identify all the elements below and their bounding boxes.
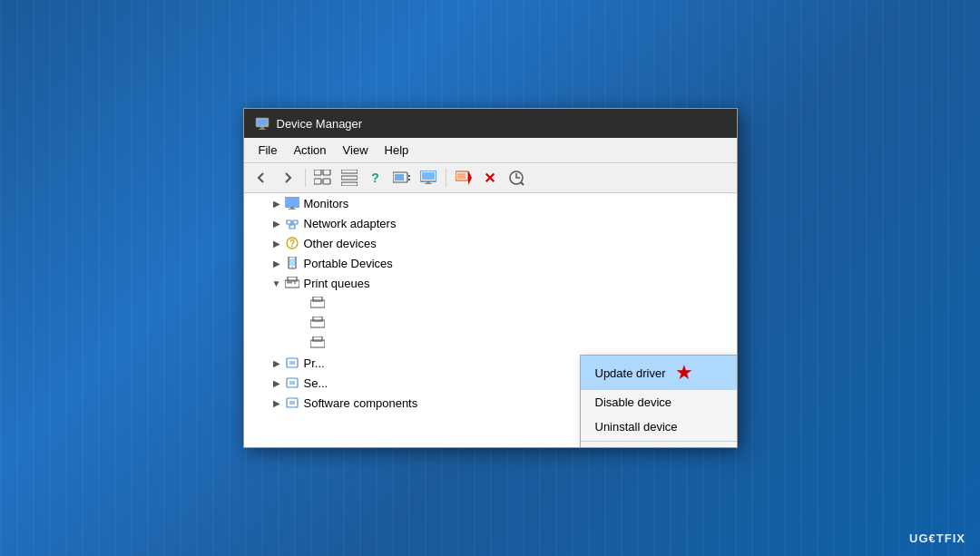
- remove-button[interactable]: ✕: [478, 167, 502, 189]
- svg-rect-25: [289, 209, 296, 210]
- svg-rect-38: [287, 282, 292, 284]
- view-resources-button[interactable]: [338, 167, 361, 189]
- svg-rect-16: [422, 172, 435, 180]
- watermark: UG€TFIX: [909, 532, 965, 545]
- svg-rect-9: [341, 176, 358, 180]
- back-button[interactable]: [250, 167, 273, 189]
- menu-help[interactable]: Help: [377, 141, 416, 159]
- portable-icon: [284, 256, 300, 270]
- other-arrow: ▶: [270, 239, 284, 249]
- svg-rect-8: [341, 170, 358, 173]
- ctx-separator-1: [581, 441, 737, 442]
- svg-rect-23: [286, 198, 299, 206]
- tree-print-sub-2[interactable]: [244, 313, 737, 333]
- tree-print-sub-1[interactable]: [244, 293, 737, 313]
- view-devices-button[interactable]: [311, 167, 335, 189]
- svg-rect-27: [293, 220, 298, 224]
- network-arrow: ▶: [270, 219, 284, 229]
- menu-action[interactable]: Action: [286, 141, 333, 159]
- monitors-arrow: ▶: [270, 199, 284, 209]
- add-driver-button[interactable]: [452, 167, 475, 189]
- svg-rect-49: [289, 381, 295, 385]
- svg-rect-7: [323, 179, 330, 184]
- device-manager-window: Device Manager File Action View Help: [243, 108, 738, 448]
- processors-label: Pr...: [304, 356, 325, 370]
- svg-text:?: ?: [289, 239, 294, 249]
- menu-view[interactable]: View: [336, 141, 376, 159]
- window-title: Device Manager: [277, 117, 363, 131]
- title-bar: Device Manager: [244, 109, 737, 138]
- svg-rect-17: [426, 181, 430, 183]
- portable-arrow: ▶: [270, 258, 284, 268]
- svg-rect-29: [289, 225, 295, 229]
- scan-button[interactable]: [505, 167, 528, 189]
- portable-label: Portable Devices: [304, 257, 393, 270]
- menu-bar: File Action View Help: [244, 138, 737, 163]
- svg-rect-26: [287, 220, 291, 224]
- ctx-scan-hardware[interactable]: Scan for hardware changes: [581, 444, 737, 447]
- software-icon: [284, 395, 300, 410]
- svg-rect-10: [341, 182, 358, 186]
- svg-rect-12: [395, 174, 404, 180]
- context-menu: Update driver ★ Disable device Uninstall…: [580, 355, 737, 447]
- tree-portable-devices[interactable]: ▶ Portable Devices: [244, 253, 737, 273]
- svg-rect-4: [314, 170, 321, 175]
- svg-rect-47: [289, 361, 295, 365]
- monitor-button[interactable]: [416, 167, 440, 189]
- ctx-disable-label: Disable device: [595, 395, 672, 409]
- ctx-uninstall-device[interactable]: Uninstall device: [581, 415, 737, 439]
- software-components-label: Software components: [304, 396, 418, 410]
- security-icon: [284, 376, 300, 390]
- title-bar-icon: [255, 116, 270, 131]
- other-icon: ?: [284, 236, 300, 250]
- print-sub-3-icon: [309, 336, 326, 350]
- svg-rect-14: [408, 179, 410, 180]
- svg-rect-6: [314, 179, 321, 184]
- other-label: Other devices: [304, 237, 377, 250]
- svg-point-35: [291, 267, 293, 268]
- svg-rect-24: [290, 207, 294, 209]
- software-arrow: ▶: [270, 398, 284, 408]
- svg-rect-2: [260, 127, 264, 129]
- monitors-icon: [284, 196, 300, 210]
- network-icon: [284, 216, 300, 230]
- toolbar-separator-1: [305, 169, 306, 187]
- svg-rect-1: [258, 120, 267, 125]
- toolbar-separator-2: [446, 169, 446, 187]
- print-queues-icon: [284, 276, 300, 290]
- help-button[interactable]: ?: [364, 167, 387, 189]
- security-arrow: ▶: [270, 378, 284, 388]
- network-label: Network adapters: [304, 217, 397, 230]
- processors-icon: [284, 356, 300, 370]
- svg-rect-34: [289, 258, 295, 266]
- svg-rect-18: [425, 183, 432, 184]
- ctx-uninstall-label: Uninstall device: [595, 420, 678, 434]
- svg-rect-39: [294, 282, 296, 284]
- print-sub-2-icon: [309, 316, 326, 330]
- svg-rect-51: [289, 401, 295, 405]
- tree-print-queues[interactable]: ▼ Print queues: [244, 273, 737, 293]
- driver-button[interactable]: [390, 167, 414, 189]
- print-queues-arrow: ▼: [270, 278, 284, 288]
- forward-button[interactable]: [276, 167, 299, 189]
- tree-other-devices[interactable]: ▶ ? Other devices: [244, 233, 737, 253]
- ctx-update-driver[interactable]: Update driver ★: [581, 356, 737, 390]
- tree-monitors[interactable]: ▶ Monitors: [244, 193, 737, 213]
- tree-network-adapters[interactable]: ▶ Network adapters: [244, 213, 737, 233]
- ctx-disable-device[interactable]: Disable device: [581, 390, 737, 415]
- svg-rect-3: [259, 129, 266, 130]
- monitors-label: Monitors: [304, 197, 349, 210]
- ctx-update-driver-label: Update driver: [595, 366, 666, 380]
- svg-rect-5: [323, 170, 330, 175]
- security-label: Se...: [304, 376, 328, 390]
- red-star-icon: ★: [675, 361, 693, 385]
- processors-arrow: ▶: [270, 358, 284, 368]
- svg-rect-13: [408, 175, 410, 177]
- print-sub-1-icon: [309, 296, 326, 310]
- tree-view: ▶ Monitors ▶ Network adapters ▶ ? Other …: [244, 193, 737, 447]
- tree-print-sub-3[interactable]: [244, 333, 737, 353]
- print-queues-label: Print queues: [304, 277, 370, 290]
- menu-file[interactable]: File: [251, 141, 285, 159]
- svg-rect-20: [457, 173, 466, 179]
- toolbar: ? ✕: [244, 163, 737, 193]
